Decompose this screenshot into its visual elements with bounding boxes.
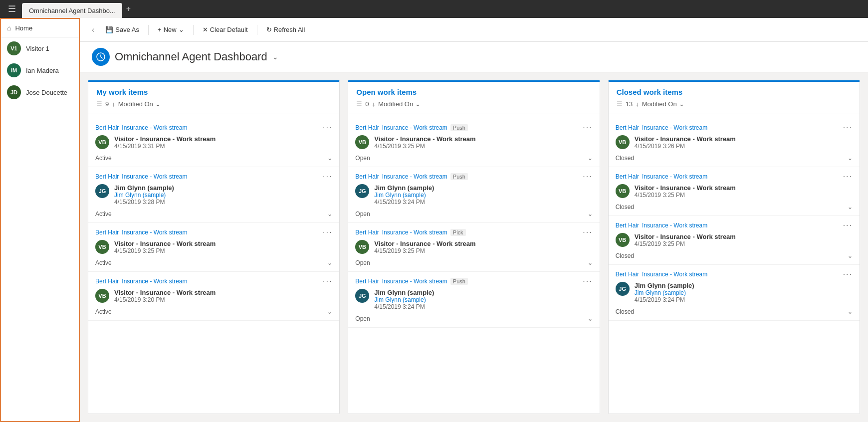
work-item-1-3[interactable]: Bert Hair Insurance - Work stream Push ·… — [348, 272, 599, 328]
column-header-0: My work items ☰ 9 ↓ Modified On ⌄ — [88, 82, 339, 114]
wi-more-button-0-2[interactable]: ··· — [323, 228, 332, 237]
wi-owner-0-1[interactable]: Bert Hair — [95, 173, 119, 180]
page-title-chevron-icon[interactable]: ⌄ — [272, 53, 278, 61]
wi-owner-1-0[interactable]: Bert Hair — [355, 124, 379, 131]
wi-more-button-0-1[interactable]: ··· — [323, 172, 332, 181]
wi-expand-icon-1-0[interactable]: ⌄ — [588, 155, 593, 162]
sort-label-0[interactable]: Modified On ⌄ — [118, 100, 161, 108]
wi-stream-0-1[interactable]: Insurance - Work stream — [122, 173, 187, 180]
work-item-1-1[interactable]: Bert Hair Insurance - Work stream Push ·… — [348, 167, 599, 223]
wi-owner-2-0[interactable]: Bert Hair — [616, 124, 639, 131]
wi-expand-icon-1-1[interactable]: ⌄ — [588, 211, 593, 217]
wi-stream-1-2[interactable]: Insurance - Work stream — [382, 229, 447, 236]
save-as-button[interactable]: 💾 Save As — [100, 24, 144, 35]
divider-3 — [257, 25, 257, 35]
work-item-2-0[interactable]: Bert Hair Insurance - Work stream ··· VB… — [609, 118, 860, 167]
wi-more-button-2-0[interactable]: ··· — [843, 123, 853, 132]
wi-expand-icon-2-0[interactable]: ⌄ — [848, 155, 853, 162]
sort-label-1[interactable]: Modified On ⌄ — [378, 100, 421, 108]
wi-owner-1-1[interactable]: Bert Hair — [355, 173, 379, 180]
work-item-0-1[interactable]: Bert Hair Insurance - Work stream ··· JG… — [88, 167, 339, 223]
wi-stream-1-1[interactable]: Insurance - Work stream — [382, 173, 447, 180]
wi-expand-icon-2-1[interactable]: ⌄ — [848, 204, 853, 211]
wi-status-1-2: Open — [355, 259, 370, 266]
wi-title-1-3: Jim Glynn (sample) — [374, 289, 434, 296]
wi-expand-icon-0-2[interactable]: ⌄ — [327, 259, 332, 266]
wi-expand-icon-1-3[interactable]: ⌄ — [588, 315, 593, 322]
wi-stream-0-2[interactable]: Insurance - Work stream — [122, 229, 187, 236]
work-item-1-0[interactable]: Bert Hair Insurance - Work stream Push ·… — [348, 118, 599, 167]
wi-expand-icon-2-3[interactable]: ⌄ — [848, 308, 853, 315]
wi-more-button-0-3[interactable]: ··· — [323, 277, 332, 286]
wi-status-1-0: Open — [355, 155, 370, 162]
wi-meta-1-3: Bert Hair Insurance - Work stream Push — [355, 278, 468, 285]
wi-stream-0-3[interactable]: Insurance - Work stream — [122, 278, 187, 285]
sidebar-user-visitor1[interactable]: V1 Visitor 1 — [1, 37, 79, 59]
wi-owner-1-3[interactable]: Bert Hair — [355, 278, 379, 285]
wi-owner-2-2[interactable]: Bert Hair — [616, 222, 639, 229]
wi-owner-0-3[interactable]: Bert Hair — [95, 278, 119, 285]
tab-add-button[interactable]: + — [124, 2, 133, 15]
work-item-2-2[interactable]: Bert Hair Insurance - Work stream ··· VB… — [609, 216, 860, 265]
wi-stream-2-1[interactable]: Insurance - Work stream — [642, 173, 707, 180]
wi-expand-icon-1-2[interactable]: ⌄ — [588, 259, 593, 266]
wi-avatar-0-3: VB — [95, 289, 109, 303]
wi-owner-0-2[interactable]: Bert Hair — [95, 229, 119, 236]
wi-expand-icon-0-3[interactable]: ⌄ — [327, 308, 332, 315]
hamburger-icon[interactable]: ☰ — [4, 1, 20, 16]
wi-more-button-1-1[interactable]: ··· — [583, 172, 592, 181]
wi-owner-2-1[interactable]: Bert Hair — [616, 173, 639, 180]
wi-avatar-1-3: JG — [355, 289, 369, 303]
refresh-all-button[interactable]: ↻ Refresh All — [261, 24, 310, 35]
sort-label-2[interactable]: Modified On ⌄ — [642, 100, 684, 108]
wi-more-button-1-0[interactable]: ··· — [583, 123, 592, 132]
wi-owner-1-2[interactable]: Bert Hair — [355, 229, 379, 236]
wi-stream-1-0[interactable]: Insurance - Work stream — [382, 124, 447, 131]
clear-default-button[interactable]: ✕ Clear Default — [198, 24, 253, 35]
wi-owner-0-0[interactable]: Bert Hair — [95, 124, 119, 131]
wi-more-button-0-0[interactable]: ··· — [323, 123, 332, 132]
wi-stream-0-0[interactable]: Insurance - Work stream — [122, 124, 187, 131]
wi-stream-2-3[interactable]: Insurance - Work stream — [642, 271, 707, 278]
wi-meta-2-2: Bert Hair Insurance - Work stream — [616, 222, 708, 229]
sidebar-user-ian[interactable]: IM Ian Madera — [1, 59, 79, 81]
wi-stream-2-2[interactable]: Insurance - Work stream — [642, 222, 707, 229]
back-button[interactable]: ‹ — [88, 23, 98, 36]
wi-avatar-2-2: VB — [616, 233, 630, 247]
new-button[interactable]: + New ⌄ — [153, 24, 189, 35]
wi-more-button-2-1[interactable]: ··· — [843, 172, 853, 181]
column-count-2: 13 — [626, 100, 633, 108]
wi-owner-2-3[interactable]: Bert Hair — [616, 271, 639, 278]
wi-title-2-1: Visitor - Insurance - Work stream — [635, 184, 736, 192]
work-item-1-2[interactable]: Bert Hair Insurance - Work stream Pick ·… — [348, 223, 599, 272]
wi-content-2-0: Visitor - Insurance - Work stream 4/15/2… — [635, 135, 736, 150]
wi-footer-0-3: Active ⌄ — [95, 306, 332, 315]
refresh-icon: ↻ — [266, 26, 272, 33]
avatar-visitor1: V1 — [7, 41, 21, 55]
wi-more-button-1-3[interactable]: ··· — [583, 277, 592, 286]
wi-body-2-0: VB Visitor - Insurance - Work stream 4/1… — [616, 135, 853, 150]
work-item-0-0[interactable]: Bert Hair Insurance - Work stream ··· VB… — [88, 118, 339, 167]
wi-date-0-1: 4/15/2019 3:28 PM — [114, 199, 174, 206]
wi-more-button-1-2[interactable]: ··· — [583, 228, 592, 237]
wi-expand-icon-2-2[interactable]: ⌄ — [848, 252, 853, 259]
wi-title-2-2: Visitor - Insurance - Work stream — [635, 233, 736, 240]
work-item-2-3[interactable]: Bert Hair Insurance - Work stream ··· JG… — [609, 265, 860, 321]
wi-expand-icon-0-0[interactable]: ⌄ — [327, 155, 332, 162]
wi-header-1-2: Bert Hair Insurance - Work stream Pick ·… — [355, 228, 592, 237]
wi-avatar-1-2: VB — [355, 240, 369, 254]
wi-content-1-1: Jim Glynn (sample) Jim Glynn (sample) 4/… — [374, 184, 434, 206]
work-item-2-1[interactable]: Bert Hair Insurance - Work stream ··· VB… — [609, 167, 860, 216]
wi-more-button-2-3[interactable]: ··· — [843, 270, 853, 279]
sort-chevron-icon-0: ⌄ — [155, 100, 161, 108]
tab-dashboard[interactable]: Omnichannel Agent Dashbo... — [22, 3, 122, 18]
wi-body-1-1: JG Jim Glynn (sample) Jim Glynn (sample)… — [355, 184, 592, 206]
wi-expand-icon-0-1[interactable]: ⌄ — [327, 211, 332, 217]
work-item-0-2[interactable]: Bert Hair Insurance - Work stream ··· VB… — [88, 223, 339, 272]
work-item-0-3[interactable]: Bert Hair Insurance - Work stream ··· VB… — [88, 272, 339, 321]
wi-stream-2-0[interactable]: Insurance - Work stream — [642, 124, 707, 131]
wi-more-button-2-2[interactable]: ··· — [843, 221, 853, 230]
wi-stream-1-3[interactable]: Insurance - Work stream — [382, 278, 447, 285]
sidebar-user-jose[interactable]: JD Jose Doucette — [1, 81, 79, 103]
sidebar-item-home[interactable]: ⌂ Home — [1, 19, 79, 37]
